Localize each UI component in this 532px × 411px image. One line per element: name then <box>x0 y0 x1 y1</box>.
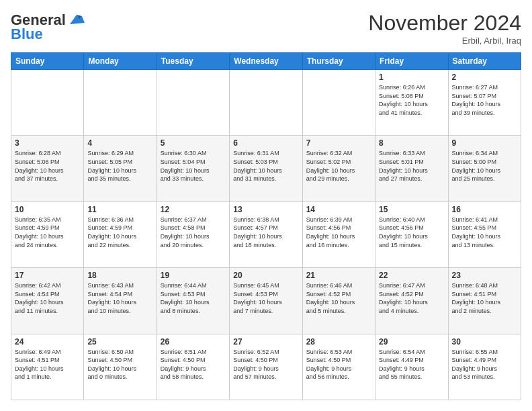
header-right: November 2024 Erbil, Arbil, Iraq <box>368 11 521 46</box>
day-number: 15 <box>379 205 444 214</box>
day-number: 5 <box>161 138 226 148</box>
day-number: 7 <box>306 138 371 148</box>
calendar-cell: 29Sunrise: 6:54 AM Sunset: 4:49 PM Dayli… <box>375 334 448 400</box>
calendar-cell: 3Sunrise: 6:28 AM Sunset: 5:06 PM Daylig… <box>11 136 84 201</box>
calendar-cell: 18Sunrise: 6:43 AM Sunset: 4:54 PM Dayli… <box>84 268 157 334</box>
calendar-cell: 25Sunrise: 6:50 AM Sunset: 4:50 PM Dayli… <box>84 334 157 400</box>
day-info: Sunrise: 6:28 AM Sunset: 5:06 PM Dayligh… <box>15 149 80 183</box>
calendar-cell: 17Sunrise: 6:42 AM Sunset: 4:54 PM Dayli… <box>11 268 84 334</box>
day-number: 10 <box>15 205 80 214</box>
day-info: Sunrise: 6:42 AM Sunset: 4:54 PM Dayligh… <box>15 281 80 315</box>
calendar-cell: 24Sunrise: 6:49 AM Sunset: 4:51 PM Dayli… <box>11 334 84 400</box>
day-number: 11 <box>87 205 152 214</box>
day-info: Sunrise: 6:46 AM Sunset: 4:52 PM Dayligh… <box>306 281 371 315</box>
day-number: 2 <box>452 73 517 82</box>
day-number: 14 <box>306 205 371 214</box>
week-row-4: 17Sunrise: 6:42 AM Sunset: 4:54 PM Dayli… <box>11 268 521 334</box>
day-number: 20 <box>233 271 298 280</box>
day-number: 12 <box>161 205 226 214</box>
day-info: Sunrise: 6:53 AM Sunset: 4:50 PM Dayligh… <box>306 348 371 381</box>
weekday-header-saturday: Saturday <box>448 53 521 70</box>
calendar-cell: 2Sunrise: 6:27 AM Sunset: 5:07 PM Daylig… <box>448 70 521 136</box>
weekday-header-wednesday: Wednesday <box>230 53 302 70</box>
day-number: 29 <box>379 337 444 347</box>
day-info: Sunrise: 6:34 AM Sunset: 5:00 PM Dayligh… <box>452 149 517 183</box>
day-info: Sunrise: 6:36 AM Sunset: 4:59 PM Dayligh… <box>87 216 152 249</box>
location: Erbil, Arbil, Iraq <box>368 36 521 46</box>
calendar-cell: 20Sunrise: 6:45 AM Sunset: 4:53 PM Dayli… <box>230 268 302 334</box>
page: General Blue November 2024 Erbil, Arbil,… <box>0 0 532 411</box>
day-number: 4 <box>87 138 152 148</box>
calendar-cell: 1Sunrise: 6:26 AM Sunset: 5:08 PM Daylig… <box>375 70 448 136</box>
day-number: 28 <box>306 337 371 347</box>
day-info: Sunrise: 6:54 AM Sunset: 4:49 PM Dayligh… <box>379 348 444 381</box>
week-row-5: 24Sunrise: 6:49 AM Sunset: 4:51 PM Dayli… <box>11 334 521 400</box>
day-info: Sunrise: 6:45 AM Sunset: 4:53 PM Dayligh… <box>233 281 298 315</box>
calendar-cell: 11Sunrise: 6:36 AM Sunset: 4:59 PM Dayli… <box>84 201 157 267</box>
calendar-cell <box>84 70 157 136</box>
day-info: Sunrise: 6:49 AM Sunset: 4:51 PM Dayligh… <box>15 348 80 381</box>
day-number: 16 <box>452 205 517 214</box>
calendar-cell <box>157 70 229 136</box>
day-number: 18 <box>87 271 152 280</box>
calendar-cell: 26Sunrise: 6:51 AM Sunset: 4:50 PM Dayli… <box>157 334 229 400</box>
calendar-cell: 15Sunrise: 6:40 AM Sunset: 4:56 PM Dayli… <box>375 201 448 267</box>
weekday-header-sunday: Sunday <box>11 53 84 70</box>
month-title: November 2024 <box>368 11 521 36</box>
day-number: 19 <box>161 271 226 280</box>
day-number: 30 <box>452 337 517 347</box>
day-info: Sunrise: 6:39 AM Sunset: 4:56 PM Dayligh… <box>306 216 371 249</box>
day-number: 23 <box>452 271 517 280</box>
calendar-cell: 7Sunrise: 6:32 AM Sunset: 5:02 PM Daylig… <box>302 136 375 201</box>
day-info: Sunrise: 6:29 AM Sunset: 5:05 PM Dayligh… <box>87 149 152 183</box>
calendar-cell: 22Sunrise: 6:47 AM Sunset: 4:52 PM Dayli… <box>375 268 448 334</box>
week-row-2: 3Sunrise: 6:28 AM Sunset: 5:06 PM Daylig… <box>11 136 521 201</box>
header: General Blue November 2024 Erbil, Arbil,… <box>11 11 521 46</box>
day-info: Sunrise: 6:52 AM Sunset: 4:50 PM Dayligh… <box>233 348 298 381</box>
day-info: Sunrise: 6:30 AM Sunset: 5:04 PM Dayligh… <box>161 149 226 183</box>
day-number: 3 <box>15 138 80 148</box>
logo: General Blue <box>11 11 86 43</box>
day-number: 9 <box>452 138 517 148</box>
weekday-header-tuesday: Tuesday <box>157 53 229 70</box>
day-number: 17 <box>15 271 80 280</box>
day-number: 6 <box>233 138 298 148</box>
day-info: Sunrise: 6:41 AM Sunset: 4:55 PM Dayligh… <box>452 216 517 249</box>
calendar-cell: 4Sunrise: 6:29 AM Sunset: 5:05 PM Daylig… <box>84 136 157 201</box>
day-number: 25 <box>87 337 152 347</box>
day-info: Sunrise: 6:51 AM Sunset: 4:50 PM Dayligh… <box>161 348 226 381</box>
day-info: Sunrise: 6:40 AM Sunset: 4:56 PM Dayligh… <box>379 216 444 249</box>
svg-marker-0 <box>70 15 85 24</box>
calendar-cell: 19Sunrise: 6:44 AM Sunset: 4:53 PM Dayli… <box>157 268 229 334</box>
day-number: 26 <box>161 337 226 347</box>
calendar-table: SundayMondayTuesdayWednesdayThursdayFrid… <box>11 52 521 400</box>
calendar-cell: 8Sunrise: 6:33 AM Sunset: 5:01 PM Daylig… <box>375 136 448 201</box>
calendar-cell <box>230 70 302 136</box>
calendar-cell: 10Sunrise: 6:35 AM Sunset: 4:59 PM Dayli… <box>11 201 84 267</box>
day-info: Sunrise: 6:27 AM Sunset: 5:07 PM Dayligh… <box>452 83 517 117</box>
calendar-cell <box>302 70 375 136</box>
day-info: Sunrise: 6:31 AM Sunset: 5:03 PM Dayligh… <box>233 149 298 183</box>
day-info: Sunrise: 6:33 AM Sunset: 5:01 PM Dayligh… <box>379 149 444 183</box>
day-info: Sunrise: 6:44 AM Sunset: 4:53 PM Dayligh… <box>161 281 226 315</box>
day-number: 24 <box>15 337 80 347</box>
logo-bird-icon <box>67 11 86 30</box>
day-info: Sunrise: 6:48 AM Sunset: 4:51 PM Dayligh… <box>452 281 517 315</box>
day-info: Sunrise: 6:32 AM Sunset: 5:02 PM Dayligh… <box>306 149 371 183</box>
day-info: Sunrise: 6:47 AM Sunset: 4:52 PM Dayligh… <box>379 281 444 315</box>
day-info: Sunrise: 6:55 AM Sunset: 4:49 PM Dayligh… <box>452 348 517 381</box>
week-row-3: 10Sunrise: 6:35 AM Sunset: 4:59 PM Dayli… <box>11 201 521 267</box>
day-number: 1 <box>379 73 444 82</box>
day-number: 27 <box>233 337 298 347</box>
day-number: 8 <box>379 138 444 148</box>
day-info: Sunrise: 6:50 AM Sunset: 4:50 PM Dayligh… <box>87 348 152 381</box>
calendar-cell: 30Sunrise: 6:55 AM Sunset: 4:49 PM Dayli… <box>448 334 521 400</box>
calendar-cell: 21Sunrise: 6:46 AM Sunset: 4:52 PM Dayli… <box>302 268 375 334</box>
calendar-cell: 13Sunrise: 6:38 AM Sunset: 4:57 PM Dayli… <box>230 201 302 267</box>
day-info: Sunrise: 6:38 AM Sunset: 4:57 PM Dayligh… <box>233 216 298 249</box>
day-info: Sunrise: 6:35 AM Sunset: 4:59 PM Dayligh… <box>15 216 80 249</box>
weekday-header-row: SundayMondayTuesdayWednesdayThursdayFrid… <box>11 53 521 70</box>
week-row-1: 1Sunrise: 6:26 AM Sunset: 5:08 PM Daylig… <box>11 70 521 136</box>
calendar-cell: 14Sunrise: 6:39 AM Sunset: 4:56 PM Dayli… <box>302 201 375 267</box>
day-info: Sunrise: 6:37 AM Sunset: 4:58 PM Dayligh… <box>161 216 226 249</box>
